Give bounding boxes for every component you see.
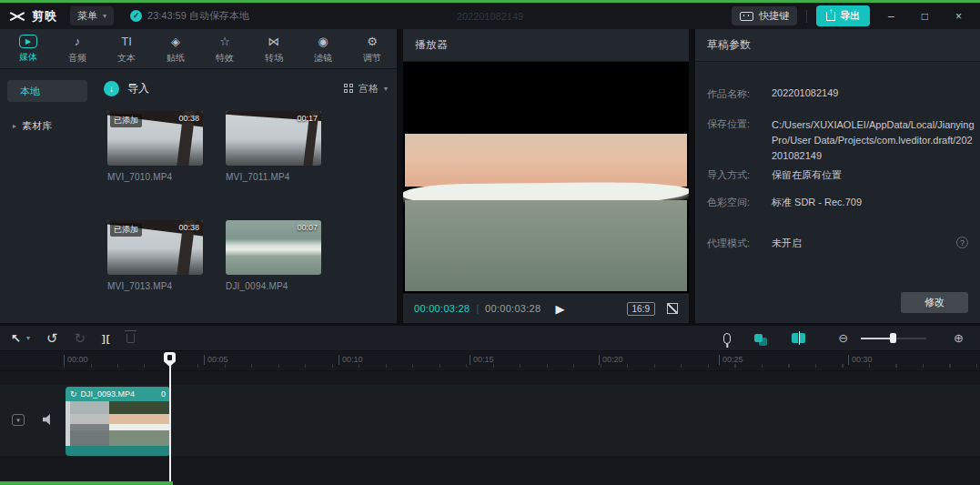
minimize-button[interactable]: – [879,10,904,23]
field-value-name: 202201082149 [772,87,838,98]
tab-effects[interactable]: ☆ 特效 [200,29,249,68]
clip-footer-bar [66,446,170,456]
zoom-in-icon[interactable]: ⊕ [954,331,964,345]
timeline-toolbar: ↖ ▾ ↺ ↻ ][ ⊖ ⊕ [0,326,980,351]
field-value-proxy-mode: 未开启 [772,237,802,250]
main-track-magnet-icon[interactable] [754,334,763,342]
import-button[interactable]: ↓ 导入 [104,81,149,96]
draft-params-panel: 草稿参数 作品名称: 202201082149 保存位置: C:/Users/X… [695,29,980,323]
tab-text[interactable]: TI 文本 [102,29,151,68]
import-icon: ↓ [104,81,119,96]
timeline-tracks[interactable]: ▾ ↻ DJI_0093.MP4 0 [0,372,980,485]
video-forest-region [405,63,687,134]
player-title: 播放器 [415,37,448,53]
player-controls: 00:00:03:28 | 00:00:03:28 ▶ 16:9 [403,293,689,323]
ruler-tick-label: 00:00 [64,355,88,365]
timeline: ↖ ▾ ↺ ↻ ][ ⊖ ⊕ 00:00 00:05 00:10 00: [0,326,980,485]
duration-badge: 00:07 [297,223,318,232]
help-icon[interactable]: ? [956,237,968,248]
app-logo: 剪映 [9,8,57,25]
split-tool-icon[interactable]: ][ [102,333,110,344]
close-button[interactable]: × [946,10,971,23]
grid-view-icon [344,84,353,93]
select-tool-caret-icon[interactable]: ▾ [26,334,30,342]
titlebar-divider [806,10,807,23]
sparkle-icon: ☆ [216,34,234,49]
aspect-ratio-button[interactable]: 16:9 [627,302,655,316]
track-collapse-icon[interactable]: ▾ [12,414,25,426]
tab-adjust[interactable]: ⚙ 调节 [348,29,397,68]
text-icon: TI [117,34,136,49]
keyboard-icon [740,12,753,21]
sidebar-item-library[interactable]: ▸ 素材库 [7,115,87,136]
draft-params-body: 作品名称: 202201082149 保存位置: C:/Users/XUXIAO… [695,62,980,323]
autosave-text: 23:43:59 自动保存本地 [147,9,249,23]
record-voiceover-icon[interactable] [723,333,731,344]
media-play-icon: ▶ [19,35,37,48]
video-beach-region [405,134,687,187]
chevron-right-icon: ▸ [13,122,16,130]
ruler-tick-label: 00:05 [204,355,228,365]
ruler-tick-label: 00:10 [338,355,363,365]
play-button[interactable]: ▶ [555,302,564,316]
media-filename: DJI_0094.MP4 [226,281,321,291]
tab-filters[interactable]: ◉ 滤镜 [298,29,348,68]
tab-audio[interactable]: ♪ 音频 [53,29,102,68]
field-label-location: 保存位置: [707,117,750,131]
redo-icon: ↻ [75,330,86,347]
shortcuts-button[interactable]: 快捷键 [732,6,797,25]
auto-snap-icon[interactable] [792,333,805,343]
clip-header: ↻ DJI_0093.MP4 0 [66,387,170,401]
tab-transitions[interactable]: ⋈ 转场 [249,29,298,68]
field-value-location: C:/Users/XUXIAOLEI/AppData/Local/Jianyin… [772,117,975,164]
media-item[interactable]: 00:07 DJI_0094.MP4 [226,220,321,291]
autosave-status: ✓ 23:43:59 自动保存本地 [130,9,249,23]
view-mode-selector[interactable]: 宫格 ▾ [344,82,388,96]
chevron-down-icon: ▾ [103,12,106,20]
duration-badge: 00:38 [178,114,199,123]
media-tabbar: ▶ 媒体 ♪ 音频 TI 文本 ◈ 贴纸 ☆ 特效 [0,29,397,69]
timeline-zoom-slider[interactable] [861,338,926,339]
media-item[interactable]: 已添加 00:38 MVI_7013.MP4 [107,220,203,291]
field-value-import-mode: 保留在原有位置 [772,168,842,182]
media-item[interactable]: 00:17 MVI_7011.MP4 [226,111,321,182]
sticker-icon: ◈ [167,34,185,49]
modify-button[interactable]: 修改 [901,292,968,313]
ruler-tick-label: 00:20 [599,355,623,365]
filter-icon: ◉ [314,34,332,49]
export-label: 导出 [840,9,860,23]
media-item[interactable]: 已添加 00:38 MVI_7010.MP4 [107,111,203,182]
export-button[interactable]: ↑ 导出 [816,5,870,26]
fullscreen-icon[interactable] [667,303,678,314]
added-badge: 已添加 [110,223,142,237]
media-content: ↓ 导入 宫格 ▾ 已添加 00:38 [95,69,397,323]
video-frame-beach-aerial [405,63,687,291]
added-badge: 已添加 [110,114,142,127]
duration-badge: 00:17 [297,114,318,123]
media-filename: MVI_7013.MP4 [107,281,203,291]
current-time: 00:00:03:28 [414,303,470,314]
adjust-sliders-icon: ⚙ [363,34,381,49]
media-sidebar: 本地 ▸ 素材库 [0,69,95,323]
capcut-app-window: 剪映 菜单 ▾ ✓ 23:43:59 自动保存本地 202201082149 快… [0,0,980,485]
menu-button[interactable]: 菜单 ▾ [70,6,114,25]
tab-media[interactable]: ▶ 媒体 [4,29,53,68]
export-icon: ↑ [826,12,835,21]
undo-icon[interactable]: ↺ [46,330,58,347]
bottom-edge-artifact [0,481,173,485]
zoom-out-icon[interactable]: ⊖ [838,331,848,345]
timeline-clip[interactable]: ↻ DJI_0093.MP4 0 [66,387,170,456]
tab-sticker[interactable]: ◈ 贴纸 [151,29,200,68]
maximize-button[interactable]: □ [913,10,937,23]
time-separator: | [476,304,479,314]
sidebar-item-local[interactable]: 本地 [7,80,87,102]
playhead-line[interactable] [169,353,171,485]
player-viewport[interactable] [403,62,689,293]
timeline-toolbar-right: ⊖ ⊕ [723,331,969,345]
media-filename: MVI_7010.MP4 [107,172,203,182]
slider-thumb[interactable] [890,333,896,343]
ruler-tick-label: 00:30 [848,355,873,365]
media-panel: ▶ 媒体 ♪ 音频 TI 文本 ◈ 贴纸 ☆ 特效 [0,29,397,323]
select-tool-icon[interactable]: ↖ [11,331,21,345]
timeline-ruler[interactable]: 00:00 00:05 00:10 00:15 00:20 00:25 00:3… [0,351,980,371]
